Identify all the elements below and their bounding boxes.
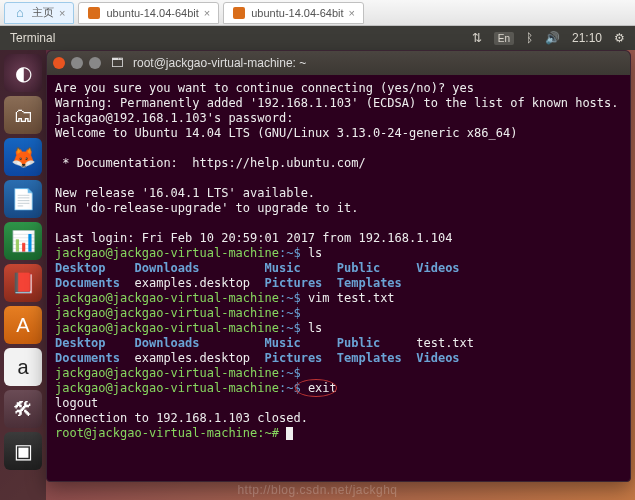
prompt-user: jackgao@jackgao-virtual-machine	[55, 381, 279, 395]
files-icon[interactable]: 🗂	[4, 96, 42, 134]
host-tab-home[interactable]: ⌂ 主页 ×	[4, 2, 74, 24]
term-line: Warning: Permanently added '192.168.1.10…	[55, 96, 619, 110]
tab-label: 主页	[32, 5, 54, 20]
close-icon[interactable]: ×	[204, 7, 210, 19]
impress-icon[interactable]: 📕	[4, 264, 42, 302]
ubuntu-desktop: Terminal ⇅ En ᛒ 🔊 21:10 ⚙ ◐ 🗂 🦊 📄 📊 📕 A …	[0, 26, 635, 500]
ls-output: Desktop Downloads Music Public Videos	[55, 261, 460, 275]
prompt-user: jackgao@jackgao-virtual-machine	[55, 321, 279, 335]
term-cmd: vim test.txt	[301, 291, 395, 305]
panel-app-title: Terminal	[10, 31, 472, 45]
term-line: logout	[55, 396, 98, 410]
vm-icon	[87, 6, 101, 20]
terminal-emblem-icon: 🗔	[111, 56, 123, 70]
terminal-titlebar[interactable]: 🗔 root@jackgao-virtual-machine: ~	[47, 51, 630, 75]
top-panel: Terminal ⇅ En ᛒ 🔊 21:10 ⚙	[0, 26, 635, 50]
cursor	[286, 427, 293, 440]
prompt-user: jackgao@jackgao-virtual-machine	[55, 291, 279, 305]
prompt-user: jackgao@jackgao-virtual-machine	[55, 366, 279, 380]
watermark: http://blog.csdn.net/jackghq	[0, 483, 635, 497]
term-cmd: ls	[301, 246, 323, 260]
settings-icon[interactable]: 🛠	[4, 390, 42, 428]
firefox-icon[interactable]: 🦊	[4, 138, 42, 176]
prompt-path: :~$	[279, 306, 301, 320]
dash-icon[interactable]: ◐	[4, 54, 42, 92]
close-icon[interactable]: ×	[349, 7, 355, 19]
home-icon: ⌂	[13, 6, 27, 20]
host-tab-vm2[interactable]: ubuntu-14.04-64bit ×	[223, 2, 364, 24]
panel-indicators: ⇅ En ᛒ 🔊 21:10 ⚙	[472, 31, 625, 45]
ls-output: examples.desktop	[134, 276, 264, 290]
term-line: jackgao@192.168.1.103's password:	[55, 111, 293, 125]
unity-launcher: ◐ 🗂 🦊 📄 📊 📕 A a 🛠 ▣	[0, 50, 46, 500]
term-line: * Documentation: https://help.ubuntu.com…	[55, 156, 366, 170]
host-tab-vm1[interactable]: ubuntu-14.04-64bit ×	[78, 2, 219, 24]
calc-icon[interactable]: 📊	[4, 222, 42, 260]
ls-output: Pictures Templates Videos	[265, 351, 460, 365]
terminal-icon[interactable]: ▣	[4, 432, 42, 470]
volume-icon[interactable]: 🔊	[545, 31, 560, 45]
window-minimize-icon[interactable]	[71, 57, 83, 69]
software-center-icon[interactable]: A	[4, 306, 42, 344]
ls-output: Documents	[55, 351, 134, 365]
term-line: Connection to 192.168.1.103 closed.	[55, 411, 308, 425]
language-indicator[interactable]: En	[494, 32, 514, 45]
ls-output: Documents	[55, 276, 134, 290]
ls-output: Pictures Templates	[265, 276, 402, 290]
prompt-user: jackgao@jackgao-virtual-machine	[55, 246, 279, 260]
amazon-icon[interactable]: a	[4, 348, 42, 386]
ls-output: examples.desktop	[134, 351, 264, 365]
window-maximize-icon[interactable]	[89, 57, 101, 69]
tab-label: ubuntu-14.04-64bit	[251, 7, 343, 19]
bluetooth-icon[interactable]: ᛒ	[526, 31, 533, 45]
prompt-path: :~$	[279, 366, 301, 380]
terminal-window: 🗔 root@jackgao-virtual-machine: ~ Are yo…	[46, 50, 631, 482]
term-line: Welcome to Ubuntu 14.04 LTS (GNU/Linux 3…	[55, 126, 517, 140]
term-cmd-exit: exit	[301, 381, 337, 396]
vm-icon	[232, 6, 246, 20]
term-line: Run 'do-release-upgrade' to upgrade to i…	[55, 201, 358, 215]
window-close-icon[interactable]	[53, 57, 65, 69]
prompt-path: :~$	[279, 246, 301, 260]
terminal-title: root@jackgao-virtual-machine: ~	[133, 56, 306, 70]
prompt-user: jackgao@jackgao-virtual-machine	[55, 306, 279, 320]
prompt-path: :~$	[279, 321, 301, 335]
term-line: Are you sure you want to continue connec…	[55, 81, 474, 95]
tab-label: ubuntu-14.04-64bit	[106, 7, 198, 19]
ls-output: test.txt	[416, 336, 474, 350]
ls-output: Desktop Downloads Music Public	[55, 336, 416, 350]
prompt-root: root@jackgao-virtual-machine:~#	[55, 426, 279, 440]
prompt-path: :~$	[279, 291, 301, 305]
writer-icon[interactable]: 📄	[4, 180, 42, 218]
terminal-body[interactable]: Are you sure you want to continue connec…	[47, 75, 630, 481]
clock[interactable]: 21:10	[572, 31, 602, 45]
host-tab-bar: ⌂ 主页 × ubuntu-14.04-64bit × ubuntu-14.04…	[0, 0, 635, 26]
term-line: Last login: Fri Feb 10 20:59:01 2017 fro…	[55, 231, 452, 245]
term-cmd: ls	[301, 321, 323, 335]
close-icon[interactable]: ×	[59, 7, 65, 19]
term-line: New release '16.04.1 LTS' available.	[55, 186, 315, 200]
network-icon[interactable]: ⇅	[472, 31, 482, 45]
gear-icon[interactable]: ⚙	[614, 31, 625, 45]
